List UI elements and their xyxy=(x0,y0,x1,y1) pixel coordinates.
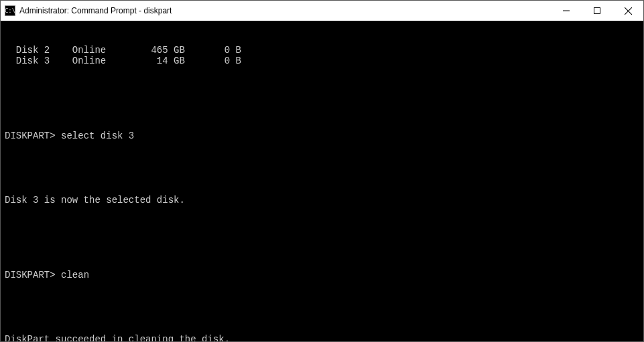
svg-rect-1 xyxy=(594,8,600,14)
cmd-icon: C:\ xyxy=(5,5,15,16)
cmd-select-disk: select disk 3 xyxy=(61,131,134,141)
command-prompt-window: C:\ Administrator: Command Prompt - disk… xyxy=(0,0,644,342)
prompt-line: DISKPART> select disk 3 xyxy=(5,131,642,141)
minimize-button[interactable] xyxy=(551,1,582,21)
disk-table-row: Disk 2 Online 465 GB 0 B xyxy=(5,45,642,56)
cmd-clean: clean xyxy=(61,270,89,280)
window-title: Administrator: Command Prompt - diskpart xyxy=(19,6,172,15)
disk-table-row: Disk 3 Online 14 GB 0 B xyxy=(5,56,642,66)
prompt-line: DISKPART> clean xyxy=(5,270,642,280)
terminal-output[interactable]: Disk 2 Online 465 GB 0 B Disk 3 Online 1… xyxy=(1,21,643,341)
close-button[interactable] xyxy=(613,1,643,21)
maximize-button[interactable] xyxy=(582,1,613,21)
titlebar[interactable]: C:\ Administrator: Command Prompt - disk… xyxy=(1,1,643,21)
output-line: Disk 3 is now the selected disk. xyxy=(5,195,642,205)
output-line: DiskPart succeeded in cleaning the disk. xyxy=(5,334,642,341)
